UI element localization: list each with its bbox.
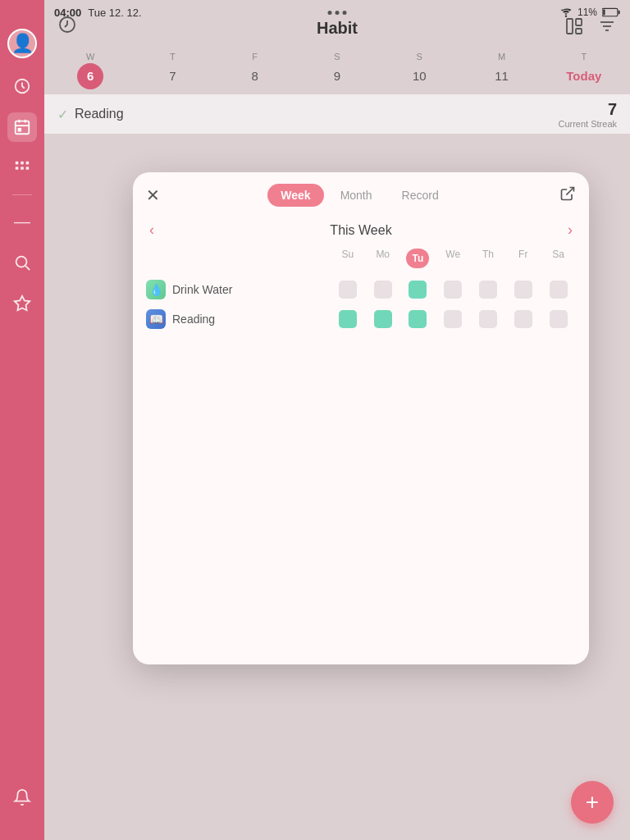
svg-point-14	[565, 16, 567, 17]
cal-day-mon[interactable]: M 11	[462, 52, 541, 89]
sidebar-bottom	[7, 783, 37, 824]
week-nav: ‹ This Week ›	[133, 215, 589, 249]
check-sa[interactable]	[550, 281, 568, 299]
external-link-icon[interactable]	[559, 185, 576, 206]
day-su: Su	[336, 249, 359, 268]
svg-rect-21	[576, 29, 582, 34]
svg-rect-6	[16, 162, 19, 165]
tab-week[interactable]: Week	[267, 184, 323, 207]
streak-info: 7 Current Streak	[558, 100, 617, 129]
day-sa: Sa	[547, 249, 570, 268]
day-headers: Su Mo Tu We Th Fr Sa	[146, 249, 576, 275]
next-week-button[interactable]: ›	[568, 221, 573, 239]
battery-icon	[602, 7, 620, 17]
streak-number: 7	[558, 100, 617, 119]
reading-name: Reading	[172, 313, 215, 326]
check-tu[interactable]	[409, 310, 427, 328]
svg-rect-1	[16, 121, 30, 135]
status-time: 04:00	[54, 7, 81, 19]
svg-rect-5	[18, 129, 21, 131]
habit-row-reading[interactable]: ✓ Reading 7 Current Streak	[44, 94, 630, 134]
sidebar-divider	[12, 194, 32, 195]
status-icons: 11%	[559, 7, 620, 18]
check-th[interactable]	[479, 310, 497, 328]
svg-rect-7	[21, 162, 24, 165]
svg-rect-9	[16, 167, 19, 170]
habit-item-reading: 📖 Reading	[146, 304, 576, 334]
wifi-icon	[559, 7, 573, 18]
sidebar-icon-clock[interactable]	[7, 71, 37, 101]
svg-line-13	[25, 266, 30, 270]
status-bar: 04:00 Tue 12. 12. 11%	[44, 0, 630, 25]
cal-day-fri[interactable]: F 8	[216, 52, 294, 89]
weekly-modal: ✕ Week Month Record ‹ This Week ›	[133, 172, 589, 664]
streak-label: Current Streak	[558, 119, 617, 129]
sidebar-icon-bell[interactable]	[7, 783, 37, 812]
sidebar-icon-apps[interactable]	[7, 153, 37, 183]
check-su[interactable]	[339, 310, 357, 328]
tab-record[interactable]: Record	[389, 184, 452, 207]
day-we: We	[441, 249, 464, 268]
sidebar-icon-time[interactable]: —	[7, 207, 37, 236]
battery-percentage: 11%	[578, 7, 597, 18]
habit-table: Su Mo Tu We Th Fr Sa 💧 Drink Water	[133, 249, 589, 334]
check-tu[interactable]	[409, 281, 427, 299]
calendar-strip: W 6 T 7 F 8 S 9 S 10 M 11 T Today	[44, 48, 630, 93]
drink-water-icon: 💧	[146, 280, 166, 299]
svg-rect-10	[21, 167, 24, 170]
main-content: 04:00 Tue 12. 12. 11%	[44, 0, 630, 840]
check-sa[interactable]	[550, 310, 568, 328]
cal-day-sat[interactable]: S 9	[298, 52, 377, 89]
week-label: This Week	[330, 223, 391, 238]
status-date: Tue 12. 12.	[88, 7, 141, 19]
check-su[interactable]	[339, 281, 357, 299]
drink-water-checks	[331, 281, 576, 299]
svg-rect-17	[603, 9, 605, 15]
svg-rect-16	[619, 11, 620, 15]
check-mo[interactable]	[374, 281, 392, 299]
check-we[interactable]	[444, 281, 462, 299]
cal-day-today[interactable]: T Today	[545, 52, 623, 89]
add-habit-button[interactable]: +	[571, 781, 614, 824]
svg-line-25	[566, 187, 573, 194]
svg-rect-11	[26, 167, 30, 170]
check-fr[interactable]	[514, 310, 532, 328]
sidebar-icon-badge[interactable]	[7, 289, 37, 318]
check-th[interactable]	[479, 281, 497, 299]
modal-close-button[interactable]: ✕	[146, 187, 160, 203]
drink-water-name: Drink Water	[172, 283, 232, 296]
sidebar: 👤 —	[0, 0, 44, 840]
day-tu-today: Tu	[406, 249, 429, 268]
habit-checkmark: ✓	[57, 107, 68, 122]
sidebar-icon-search[interactable]	[7, 248, 37, 277]
modal-tabs: Week Month Record	[267, 184, 451, 207]
sidebar-icon-calendar[interactable]	[7, 112, 37, 142]
prev-week-button[interactable]: ‹	[149, 221, 154, 239]
habit-item-drink-water: 💧 Drink Water	[146, 275, 576, 304]
day-column-headers: Su Mo Tu We Th Fr Sa	[331, 249, 576, 268]
day-th: Th	[477, 249, 500, 268]
check-fr[interactable]	[514, 281, 532, 299]
day-mo: Mo	[372, 249, 395, 268]
tab-month[interactable]: Month	[327, 184, 386, 207]
reading-checks	[331, 310, 576, 328]
avatar[interactable]: 👤	[7, 29, 37, 58]
check-mo[interactable]	[374, 310, 392, 328]
modal-header: ✕ Week Month Record	[133, 172, 589, 215]
reading-icon: 📖	[146, 309, 166, 329]
cal-day-wed[interactable]: W 6	[51, 52, 130, 89]
day-fr: Fr	[512, 249, 535, 268]
habit-name: Reading	[75, 107, 124, 121]
svg-rect-8	[26, 162, 30, 165]
cal-day-thu[interactable]: T 7	[133, 52, 212, 89]
svg-point-12	[16, 257, 27, 267]
cal-day-sun[interactable]: S 10	[380, 52, 459, 89]
check-we[interactable]	[444, 310, 462, 328]
